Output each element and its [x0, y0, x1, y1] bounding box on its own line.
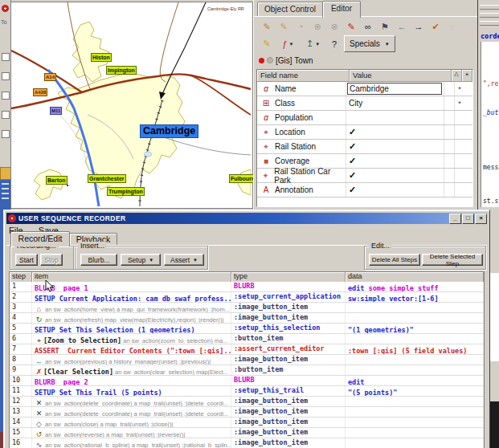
help-icon[interactable]: ? — [326, 36, 342, 52]
point-field-icon: ⌖ — [260, 142, 272, 152]
code-file-tab[interactable]: corder.ma — [481, 32, 499, 40]
pencil-icon[interactable]: ✎ — [259, 36, 275, 52]
recorder-step-row-13[interactable]: 13✕ an sw_action(delete_coordinate) a ma… — [10, 407, 484, 417]
setup-dropdown[interactable]: Setup▼ — [121, 254, 161, 266]
edit-fields-icon[interactable]: ✎ — [343, 18, 359, 35]
recorder-step-row-8[interactable]: 8← an sw_action(previous) a history_mana… — [10, 355, 484, 365]
col-data[interactable]: data — [346, 272, 484, 282]
place-label-impington[interactable]: Impington — [106, 66, 137, 75]
field-row-name[interactable]: αNameCambridge* — [257, 82, 472, 96]
setup-dropdown-label: Setup — [128, 256, 145, 264]
copy-object-icon[interactable]: ✎ — [276, 18, 292, 35]
col-key[interactable]: * — [462, 70, 472, 82]
field-row-annotation[interactable]: AAnnotation✓ — [257, 183, 472, 198]
next-object-icon[interactable]: → — [411, 18, 427, 35]
steps-table: step item type data 1BLURB page 1BLURBed… — [9, 271, 485, 448]
layer-checkbox[interactable] — [2, 72, 10, 80]
field-row-population[interactable]: αPopulation — [257, 111, 472, 125]
lasso-icon[interactable]: ◌ — [444, 18, 460, 35]
delete-selected-step-button[interactable]: Delete Selected Step — [422, 254, 483, 266]
insert-group: Insert... Blurb... Setup▼ Assert▼ — [73, 246, 208, 270]
place-label-grantchester[interactable]: Grantchester — [88, 174, 126, 183]
edit-fields-icon: ✎ — [347, 22, 354, 32]
add-object-icon[interactable]: ⊕ — [309, 18, 325, 35]
field-name: Rail Station — [275, 142, 316, 151]
place-label-trumpington[interactable]: Trumpington — [107, 187, 145, 196]
col-item[interactable]: item — [32, 272, 231, 282]
col-step[interactable]: step — [10, 272, 32, 282]
recorder-step-row-15[interactable]: 15↺ an sw_action(reverse) a map_trail(un… — [10, 428, 484, 438]
minimize-button[interactable]: _ — [449, 214, 461, 224]
step-action-detail: an sw_action(previous) a history_manager… — [43, 358, 211, 365]
text-style-icon[interactable]: ƒ▼ — [276, 36, 300, 52]
field-name: Name — [275, 84, 297, 93]
stop-button[interactable]: Stop — [40, 254, 63, 266]
recorder-step-row-14[interactable]: 14◇ an sw_action(close) a map_trail(unse… — [10, 417, 484, 428]
step-type: :setup_current_application — [231, 292, 346, 302]
col-sort[interactable]: △ — [452, 70, 462, 82]
start-button[interactable]: Start — [15, 254, 38, 266]
close-button[interactable]: × — [475, 214, 487, 224]
recorder-step-row-1[interactable]: 1BLURB page 1BLURBedit some simple stuff — [10, 282, 484, 292]
recorder-step-row-10[interactable]: 10BLURB page 2BLURBedit — [10, 376, 484, 386]
layer-checkbox[interactable] — [2, 111, 10, 119]
recorder-step-row-6[interactable]: 6⌖[Zoom to Selection] an sw_action(zoom_… — [10, 334, 484, 344]
spline-icon: ∿ — [35, 440, 43, 448]
recorder-step-row-5[interactable]: 5SETUP Set This Selection (1 geometries)… — [10, 324, 484, 334]
step-type: :image_button_item — [231, 313, 346, 323]
previous-icon: ← — [35, 356, 43, 365]
place-label-cambridge-selected[interactable]: Cambridge — [140, 124, 198, 138]
recorder-step-row-16[interactable]: 16∿ an sw_action(rational_b_spline) a ma… — [10, 438, 484, 448]
layer-checkbox[interactable] — [2, 92, 10, 100]
col-type[interactable]: type — [231, 272, 346, 282]
delete-object-icon[interactable]: ⊗ — [326, 18, 342, 35]
place-label-histon[interactable]: Histon — [91, 53, 112, 62]
edit-link[interactable]: edit — [348, 284, 364, 291]
field-value-input[interactable]: Cambridge — [347, 83, 442, 95]
field-row-rail-station[interactable]: ⌖Rail Station✓ — [257, 140, 472, 154]
recorder-titlebar[interactable]: USER SEQUENCE RECORDER _ □ × — [6, 213, 487, 224]
accept-edits-icon[interactable]: ✔ — [427, 18, 444, 35]
find-icon[interactable]: ∞ — [360, 18, 376, 35]
minor-road — [164, 137, 251, 155]
record-indicator-icon — [259, 58, 264, 63]
field-row-location[interactable]: ⌖Location✓ — [257, 125, 472, 140]
copy-object-icon: ✎ — [280, 22, 287, 32]
recorder-step-row-12[interactable]: 12✕ an sw_action(delete_coordinate) a ma… — [10, 397, 484, 407]
previous-object-icon[interactable]: ← — [394, 18, 410, 35]
assert-dropdown[interactable]: Assert▼ — [164, 254, 204, 266]
step-type: BLURB — [231, 376, 346, 385]
layer-checkbox[interactable] — [2, 53, 10, 61]
col-value[interactable]: Value — [350, 70, 452, 82]
assert-dropdown-label: Assert — [170, 256, 190, 264]
checkmark-icon: ✓ — [349, 156, 356, 166]
field-row-rail-station-car-park[interactable]: ⌖Rail Station Car Park✓ — [257, 169, 472, 183]
blurb-button[interactable]: Blurb... — [80, 254, 117, 266]
insert-geometry-icon[interactable]: ↥▼ — [301, 36, 325, 52]
recorder-step-row-7[interactable]: 7ASSERT Current Editor Contents (":town … — [10, 344, 484, 355]
place-label-barton[interactable]: Barton — [46, 176, 67, 185]
recorder-step-row-2[interactable]: 2SETUP Current Application: cam_db_swaf_… — [10, 292, 484, 303]
field-row-class[interactable]: ⊞ClassCity* — [257, 96, 472, 111]
map-window[interactable]: Cambridge-Ely RR Histon Impington A14 A4… — [10, 2, 253, 209]
tab-record-edit[interactable]: Record/Edit — [10, 231, 70, 246]
home-icon: ⌂ — [35, 304, 43, 312]
recorder-step-row-4[interactable]: 4↻ an sw_action(refresh) map_view(map(El… — [10, 313, 484, 324]
delete-all-steps-button[interactable]: Delete All Steps — [369, 254, 420, 266]
tab-editor[interactable]: Editor — [322, 1, 361, 18]
recorder-step-row-11[interactable]: 11SETUP Set This Trail (5 points):setup_… — [10, 386, 484, 397]
field-value[interactable]: City — [349, 99, 362, 108]
edit-link[interactable]: edit — [348, 378, 364, 385]
col-field-name[interactable]: Field name — [257, 70, 350, 82]
recorder-step-row-9[interactable]: 9✗[Clear Selection] an sw_action(clear_s… — [10, 365, 484, 376]
tab-object-control[interactable]: Object Control — [257, 2, 323, 16]
recorder-step-row-3[interactable]: 3⌂ an sw_action(home_view) a map_gui_fra… — [10, 303, 484, 313]
history-icon[interactable]: ◔ — [292, 18, 309, 35]
write-object-icon[interactable]: ✎ — [259, 18, 275, 35]
specials-dropdown[interactable]: Specials▼ — [344, 35, 395, 52]
maximize-button[interactable]: □ — [462, 214, 474, 224]
map-flag-icon[interactable]: ⚑ — [377, 18, 393, 35]
key-indicator: * — [455, 85, 464, 93]
step-type: :setup_this_selection — [231, 324, 346, 333]
layer-checkbox[interactable] — [2, 130, 10, 138]
